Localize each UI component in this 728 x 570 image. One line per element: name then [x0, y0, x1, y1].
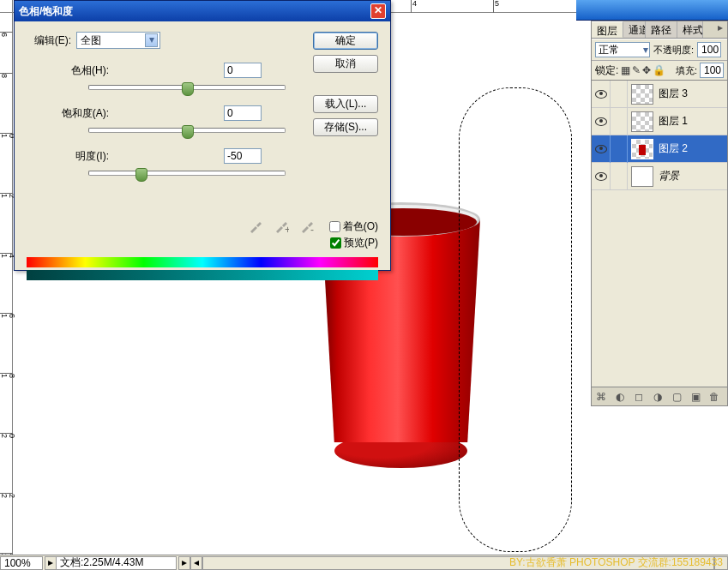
hue-saturation-dialog: 色相/饱和度 ✕ 编辑(E): 全图 ▾ 色相(H): 饱和度(A):: [14, 0, 391, 271]
hue-input[interactable]: [224, 63, 262, 78]
fill-label: 填充:: [676, 64, 697, 77]
eye-icon: [595, 90, 607, 99]
lock-paint-icon[interactable]: ✎: [632, 64, 641, 76]
layer-row[interactable]: 图层 2: [592, 135, 727, 163]
hue-label: 色相(H):: [52, 63, 114, 78]
ruler-tick: 16: [0, 313, 13, 318]
layer-thumbnail[interactable]: [631, 111, 653, 132]
new-layer-icon[interactable]: ▣: [689, 391, 701, 403]
tab-layers[interactable]: 图层: [592, 21, 623, 38]
ruler-tick: 6: [0, 32, 13, 37]
eyedropper-sub-icon[interactable]: -: [299, 219, 315, 234]
link-cell[interactable]: [611, 163, 628, 190]
light-input[interactable]: [224, 148, 262, 164]
edit-label: 编辑(E):: [27, 33, 76, 48]
fx-icon[interactable]: ◐: [614, 391, 626, 403]
result-spectrum-bar: [27, 270, 378, 280]
layer-panel-footer: ⌘ ◐ ◻ ◑ ▢ ▣ 🗑: [592, 387, 727, 405]
ruler-tick: 4: [411, 0, 417, 13]
colorize-checkbox[interactable]: 着色(O): [329, 219, 378, 234]
chevron-down-icon[interactable]: ▾: [643, 44, 648, 56]
adjust-icon[interactable]: ◑: [652, 391, 664, 403]
lock-move-icon[interactable]: ✥: [642, 64, 651, 76]
layer-thumbnail[interactable]: [631, 139, 653, 159]
layer-row[interactable]: 图层 1: [592, 108, 727, 135]
visibility-toggle[interactable]: [592, 81, 611, 108]
opacity-value[interactable]: 100: [697, 42, 721, 57]
layer-name[interactable]: 背景: [657, 169, 727, 183]
eyedropper-group: + -: [248, 219, 315, 234]
panel-menu-icon[interactable]: ▸: [713, 21, 727, 33]
ok-button[interactable]: 确定: [313, 32, 378, 50]
ruler-tick: 10: [0, 133, 13, 138]
visibility-toggle[interactable]: [592, 135, 611, 163]
slider-thumb[interactable]: [182, 82, 194, 96]
slider-thumb[interactable]: [135, 168, 147, 182]
layer-row[interactable]: 背景: [592, 163, 727, 190]
edit-value: 全图: [81, 33, 101, 48]
tab-channels[interactable]: 通道: [623, 21, 646, 38]
layer-row[interactable]: 图层 3: [592, 81, 727, 108]
opacity-label: 不透明度:: [653, 44, 694, 57]
sat-label: 饱和度(A):: [52, 106, 114, 121]
layer-list: 图层 3 图层 1 图层 2 背景: [592, 80, 727, 190]
fill-value[interactable]: 100: [700, 63, 724, 78]
scroll-left-icon[interactable]: ◂: [190, 556, 202, 570]
visibility-toggle[interactable]: [592, 108, 611, 135]
tab-paths[interactable]: 路径: [646, 21, 677, 38]
doc-size[interactable]: 文档:2.25M/4.43M: [57, 556, 177, 570]
ruler-tick: 14: [0, 253, 13, 258]
sat-slider[interactable]: [88, 128, 286, 133]
save-button[interactable]: 存储(S)...: [313, 118, 378, 136]
eye-icon: [595, 145, 607, 153]
svg-text:+: +: [285, 224, 289, 234]
watermark-text: BY:古欲香萧 PHOTOSHOP 交流群:155189433: [509, 555, 723, 570]
folder-icon[interactable]: ▢: [671, 391, 683, 403]
chevron-down-icon[interactable]: ▾: [145, 33, 158, 47]
cancel-button[interactable]: 取消: [313, 55, 378, 73]
edit-dropdown[interactable]: 全图 ▾: [76, 32, 160, 49]
slider-thumb[interactable]: [182, 125, 194, 139]
ruler-tick: 20: [0, 433, 13, 438]
doc-menu-icon[interactable]: ▸: [178, 556, 190, 570]
tab-styles[interactable]: 样式: [677, 21, 703, 38]
selection-marquee[interactable]: [459, 87, 572, 552]
layer-thumbnail[interactable]: [631, 166, 653, 187]
ruler-tick: 12: [0, 193, 13, 198]
eyedropper-icon[interactable]: [248, 219, 263, 234]
hue-slider[interactable]: [88, 85, 286, 90]
link-icon[interactable]: ⌘: [595, 391, 607, 403]
sat-input[interactable]: [224, 105, 262, 121]
layer-name[interactable]: 图层 3: [657, 87, 727, 101]
ruler-origin[interactable]: [0, 0, 13, 13]
eye-icon: [595, 117, 607, 126]
ruler-tick: 22: [0, 493, 13, 498]
ruler-tick: 18: [0, 373, 13, 378]
lock-label: 锁定:: [595, 63, 618, 78]
zoom-menu-icon[interactable]: ▸: [45, 556, 57, 570]
svg-text:-: -: [310, 224, 314, 234]
lock-trans-icon[interactable]: ▦: [621, 64, 630, 76]
link-cell[interactable]: [611, 135, 628, 163]
dialog-titlebar[interactable]: 色相/饱和度 ✕: [15, 1, 390, 21]
dialog-title: 色相/饱和度: [19, 4, 73, 19]
preview-checkbox[interactable]: 预览(P): [330, 236, 378, 250]
layer-name[interactable]: 图层 1: [657, 114, 727, 129]
layer-thumbnail[interactable]: [631, 84, 653, 105]
light-slider[interactable]: [88, 171, 286, 176]
load-button[interactable]: 载入(L)...: [313, 95, 378, 113]
link-cell[interactable]: [611, 108, 628, 135]
trash-icon[interactable]: 🗑: [708, 391, 720, 403]
close-icon[interactable]: ✕: [370, 3, 386, 19]
zoom-level[interactable]: 100%: [0, 556, 43, 570]
lock-all-icon[interactable]: 🔒: [653, 64, 665, 76]
eyedropper-add-icon[interactable]: +: [274, 219, 289, 234]
eye-icon: [595, 172, 607, 181]
blend-mode-dropdown[interactable]: 正常 ▾: [595, 42, 650, 57]
link-cell[interactable]: [611, 81, 628, 108]
window-titlebar-fragment: [576, 0, 728, 21]
layer-name[interactable]: 图层 2: [657, 141, 727, 156]
mask-icon[interactable]: ◻: [633, 391, 645, 403]
ruler-tick: 8: [0, 73, 13, 78]
visibility-toggle[interactable]: [592, 163, 611, 190]
